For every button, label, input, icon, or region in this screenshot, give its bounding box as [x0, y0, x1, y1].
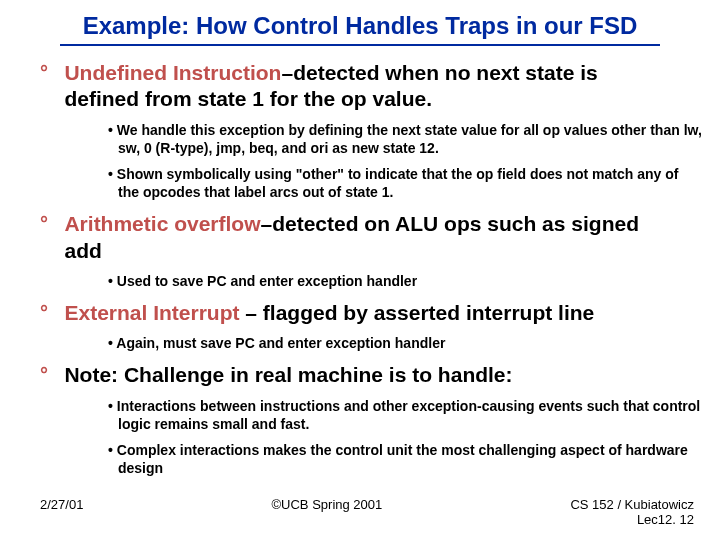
- sub-item: Interactions between instructions and ot…: [108, 397, 703, 433]
- bullet-2-text: Arithmetic overflow–detected on ALU ops …: [64, 211, 664, 264]
- bullet-2-red: Arithmetic overflow: [64, 212, 260, 235]
- bullet-3-text: External Interrupt – flagged by asserted…: [64, 300, 664, 326]
- degree-icon: °: [40, 363, 60, 386]
- bullet-1-red: Undefined Instruction: [64, 61, 281, 84]
- bullet-1: ° Undefined Instruction–detected when no…: [40, 60, 680, 201]
- bullet-4: ° Note: Challenge in real machine is to …: [40, 362, 680, 477]
- sub-item: Again, must save PC and enter exception …: [108, 334, 703, 352]
- footer-course: CS 152 / Kubiatowicz Lec12. 12: [570, 497, 694, 528]
- sub-item: Used to save PC and enter exception hand…: [108, 272, 703, 290]
- bullet-4-text: Note: Challenge in real machine is to ha…: [64, 362, 664, 388]
- degree-icon: °: [40, 212, 60, 235]
- sub-list-3: Again, must save PC and enter exception …: [108, 334, 703, 352]
- sub-list-2: Used to save PC and enter exception hand…: [108, 272, 703, 290]
- sub-item: Complex interactions makes the control u…: [108, 441, 703, 477]
- sub-list-1: We handle this exception by defining the…: [108, 121, 703, 202]
- slide-title: Example: How Control Handles Traps in ou…: [60, 12, 660, 46]
- bullet-4-rest: Note: Challenge in real machine is to ha…: [64, 363, 512, 386]
- bullet-3-rest: – flagged by asserted interrupt line: [240, 301, 595, 324]
- degree-icon: °: [40, 61, 60, 84]
- footer-date: 2/27/01: [40, 497, 83, 528]
- sub-item: Shown symbolically using "other" to indi…: [108, 165, 703, 201]
- sub-list-4: Interactions between instructions and ot…: [108, 397, 703, 478]
- bullet-3: ° External Interrupt – flagged by assert…: [40, 300, 680, 352]
- bullet-2: ° Arithmetic overflow–detected on ALU op…: [40, 211, 680, 290]
- footer: 2/27/01 ©UCB Spring 2001 CS 152 / Kubiat…: [0, 497, 720, 528]
- bullet-1-text: Undefined Instruction–detected when no n…: [64, 60, 664, 113]
- degree-icon: °: [40, 301, 60, 324]
- sub-item: We handle this exception by defining the…: [108, 121, 703, 157]
- bullet-3-red: External Interrupt: [64, 301, 239, 324]
- footer-copyright: ©UCB Spring 2001: [83, 497, 570, 528]
